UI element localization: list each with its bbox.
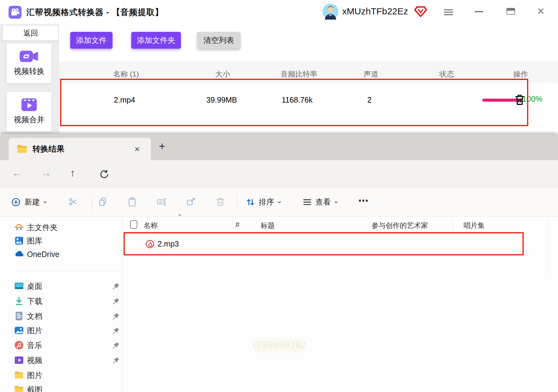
row-size: 39.99MB: [206, 96, 237, 104]
view-button[interactable]: 查看: [302, 188, 339, 216]
username: xMUzhTFb22Ez: [342, 6, 408, 17]
window-title: 汇帮视频格式转换器 - 【音频提取】: [26, 7, 163, 18]
pin-icon[interactable]: [112, 326, 120, 334]
sidebar-divider: [122, 216, 122, 392]
refresh-icon[interactable]: [99, 169, 110, 180]
copy-icon[interactable]: [97, 197, 108, 207]
share-icon[interactable]: [186, 197, 196, 207]
vip-badge-icon[interactable]: [414, 6, 427, 18]
file-table-row[interactable]: 2.mp4 39.99MB 1168.76k 2 100%: [59, 83, 558, 134]
sidebar-item-video-convert[interactable]: 视频转换: [7, 43, 52, 83]
col-status: 状态: [439, 69, 454, 79]
nav-back-icon[interactable]: ←: [12, 168, 22, 178]
progress-percent: 100%: [522, 94, 543, 104]
svg-text:A: A: [159, 200, 162, 204]
paste-icon[interactable]: [127, 197, 137, 207]
sidebar-item-videos[interactable]: 视频: [0, 353, 122, 367]
view-icon: [302, 197, 312, 207]
explorer-navbar: ← → ↑ › 此电脑 › 本地磁盘 (C:) › 7.汇帮视频格式转换 › 音…: [0, 160, 558, 187]
pin-icon[interactable]: [112, 312, 120, 320]
pin-icon[interactable]: [112, 356, 120, 364]
add-file-button[interactable]: 添加文件: [70, 32, 113, 49]
sidebar-item-desktop[interactable]: 桌面: [0, 279, 122, 293]
more-options-icon[interactable]: ⋯: [358, 194, 369, 207]
delete-toolbar-icon[interactable]: [215, 197, 226, 207]
col-bitrate: 音频比特率: [281, 69, 317, 79]
view-label: 查看: [315, 197, 331, 207]
sidebar-item-label: 图片: [27, 370, 42, 380]
back-button[interactable]: 返回: [3, 26, 58, 40]
maximize-button[interactable]: [506, 8, 515, 15]
home-icon: [14, 222, 24, 232]
sidebar-item-downloads[interactable]: 下载: [0, 294, 122, 308]
tab-conversion-result[interactable]: 转换结果 ×: [9, 138, 151, 160]
sidebar-item-folder-pictures[interactable]: 图片: [0, 368, 122, 382]
nav-up-icon[interactable]: ↑: [70, 168, 75, 178]
explorer-window: 转换结果 × + ← → ↑ › 此电脑 › 本地磁盘 (C:): [0, 134, 558, 392]
folder-icon: [14, 385, 24, 392]
video-convert-icon: [19, 49, 39, 64]
new-tab-button[interactable]: +: [159, 140, 165, 153]
new-button[interactable]: 新建: [11, 188, 48, 216]
nav-forward-icon[interactable]: →: [41, 168, 51, 178]
music-icon: [14, 340, 24, 350]
column-divider: [232, 219, 233, 232]
tab-close-icon[interactable]: ×: [134, 144, 140, 154]
list-col-number[interactable]: #: [235, 221, 239, 229]
column-divider: [453, 219, 453, 232]
add-folder-button[interactable]: 添加文件夹: [131, 32, 181, 49]
minimize-button[interactable]: [475, 11, 483, 12]
document-icon: [14, 311, 24, 321]
folder-icon: [17, 145, 28, 154]
chevron-down-icon: [42, 200, 48, 205]
sidebar-item-pictures[interactable]: 图片: [0, 324, 122, 337]
menu-icon[interactable]: [444, 8, 453, 17]
list-col-album[interactable]: 唱片集: [464, 221, 485, 230]
video-merge-icon: [20, 97, 38, 112]
desktop-icon: [14, 281, 24, 291]
explorer-toolbar: 新建 A: [0, 187, 558, 217]
folder-icon: [14, 370, 24, 380]
pin-icon[interactable]: [112, 297, 120, 305]
file-name: 2.mp3: [158, 239, 179, 248]
chevron-down-icon: [277, 200, 282, 205]
sort-button[interactable]: 排序: [245, 188, 282, 216]
sidebar-item-documents[interactable]: 文档: [0, 309, 122, 323]
sidebar-item-music[interactable]: 音乐: [0, 338, 122, 352]
sidebar-item-gallery[interactable]: 图库: [0, 234, 122, 247]
user-avatar[interactable]: [323, 4, 338, 20]
sidebar-item-folder-screenshots[interactable]: 截图: [0, 383, 122, 392]
file-row-mp3[interactable]: 2.mp3: [129, 233, 521, 255]
sidebar-item-label: 截图: [27, 385, 42, 392]
videos-icon: [14, 355, 24, 365]
app-logo-icon: [9, 6, 21, 19]
sidebar-item-video-merge[interactable]: 视频合并: [7, 92, 52, 132]
converter-titlebar: 汇帮视频格式转换器 - 【音频提取】 xMUzhTFb22Ez ×: [0, 0, 558, 24]
explorer-tabstrip: 转换结果 × +: [0, 134, 558, 160]
sidebar-item-onedrive[interactable]: OneDrive: [0, 247, 122, 261]
onedrive-cloud-icon: [14, 249, 24, 259]
rename-icon[interactable]: A: [156, 197, 167, 207]
col-name: 名称 (1): [113, 69, 139, 79]
new-label: 新建: [25, 197, 40, 207]
sidebar-item-label: OneDrive: [27, 250, 59, 259]
sidebar-item-label: 桌面: [27, 281, 42, 291]
delete-icon[interactable]: [514, 94, 525, 106]
select-all-checkbox[interactable]: [130, 220, 137, 229]
list-col-name[interactable]: 名称: [143, 221, 158, 230]
sidebar-item-home[interactable]: 主文件夹: [0, 221, 122, 234]
list-col-artists[interactable]: 参与创作的艺术家: [372, 221, 428, 230]
tab-title: 转换结果: [32, 144, 64, 154]
watermark: 1759039282: [254, 337, 304, 352]
file-table-header: 名称 (1) 大小 音频比特率 声道 状态 操作: [59, 62, 558, 84]
cut-icon[interactable]: [68, 197, 78, 207]
chevron-down-icon: [333, 200, 339, 205]
pin-icon[interactable]: [112, 282, 120, 290]
pin-icon[interactable]: [112, 341, 120, 349]
close-button[interactable]: ×: [537, 4, 544, 18]
clear-list-button[interactable]: 清空列表: [197, 32, 240, 49]
converter-window: 汇帮视频格式转换器 - 【音频提取】 xMUzhTFb22Ez ×: [0, 0, 558, 134]
new-plus-icon: [11, 197, 21, 207]
col-size: 大小: [215, 69, 230, 79]
list-col-title[interactable]: 标题: [261, 221, 275, 230]
